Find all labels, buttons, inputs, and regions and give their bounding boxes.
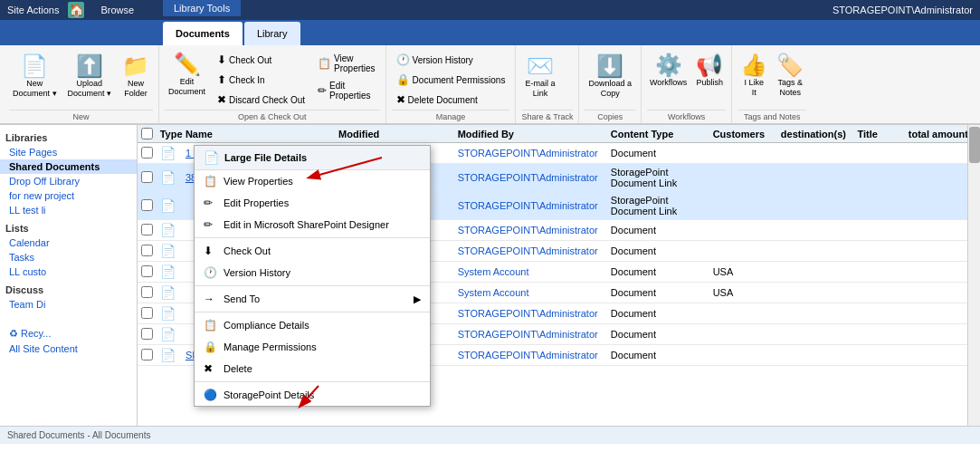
ctx-delete[interactable]: ✖Delete — [195, 358, 430, 380]
discard-checkout-btn[interactable]: ✖Discard Check Out — [213, 91, 309, 109]
tab-documents[interactable]: Documents — [163, 22, 243, 45]
upload-document-btn[interactable]: ⬆️ UploadDocument ▾ — [64, 53, 116, 101]
sidebar-item-recycle[interactable]: ♻ Recy... — [0, 326, 137, 341]
library-tools-label: Library Tools — [163, 0, 241, 16]
sidebar-item-all-site[interactable]: All Site Content — [0, 341, 137, 356]
ribbon-group-new: 📄 NewDocument ▾ ⬆️ UploadDocument ▾ 📁 Ne… — [4, 45, 159, 123]
row-checkbox[interactable] — [141, 224, 153, 236]
row-checkbox[interactable] — [141, 171, 153, 183]
sidebar-item-site-pages[interactable]: Site Pages — [0, 145, 137, 159]
status-bar: Shared Documents - All Documents — [0, 426, 980, 444]
ribbon-group-workflows: ⚙️ Workflows 📢 Publish Workflows — [642, 45, 732, 123]
home-icon[interactable]: 🏠 — [68, 2, 84, 18]
ribbon-group-checkout: ✏️ EditDocument ⬇Check Out ⬆Check In ✖Di… — [159, 45, 386, 123]
publish-btn[interactable]: 📢 Publish — [693, 53, 726, 90]
edit-properties-btn[interactable]: ✏EditProperties — [313, 78, 380, 103]
version-history-btn[interactable]: 🕐Version History — [392, 51, 510, 69]
sidebar-section-discuss: Discuss — [0, 279, 137, 297]
view-properties-btn[interactable]: 📋ViewProperties — [313, 51, 380, 76]
ribbon-group-tags: 👍 I LikeIt 🏷️ Tags &Notes Tags and Notes — [732, 45, 812, 123]
status-text: Shared Documents - All Documents — [7, 430, 150, 440]
row-checkbox[interactable] — [141, 199, 153, 211]
header-content-type: Content Type — [611, 129, 713, 139]
browse-tab[interactable]: Browse — [93, 3, 141, 17]
ctx-edit-properties[interactable]: ✏Edit Properties — [195, 192, 430, 214]
sidebar-section-libraries: Libraries — [0, 129, 137, 145]
ribbon-group-manage: 🕐Version History 🔒Document Permissions ✖… — [386, 45, 517, 123]
header-modified-by[interactable]: Modified By — [458, 129, 611, 139]
delete-document-btn[interactable]: ✖Delete Document — [392, 91, 510, 109]
header-destinations: destination(s) — [781, 129, 858, 139]
sidebar-item-team-di[interactable]: Team Di — [0, 297, 137, 312]
site-actions-btn[interactable]: Site Actions — [7, 5, 59, 15]
header-name[interactable]: Name — [186, 129, 338, 139]
sidebar-item-drop-off-library[interactable]: Drop Off Library — [0, 174, 137, 188]
scrollbar[interactable] — [967, 125, 980, 426]
row-checkbox[interactable] — [141, 286, 153, 298]
sidebar-item-tasks[interactable]: Tasks — [0, 250, 137, 264]
document-permissions-btn[interactable]: 🔒Document Permissions — [392, 71, 510, 89]
header-modified[interactable]: Modified — [338, 129, 458, 139]
ctx-manage-permissions[interactable]: 🔒Manage Permissions — [195, 336, 430, 358]
row-checkbox[interactable] — [141, 265, 153, 277]
sidebar-item-ll-custo[interactable]: LL custo — [0, 264, 137, 279]
header-customers: Customers — [713, 129, 781, 139]
header-check[interactable] — [141, 128, 160, 139]
ctx-compliance-details[interactable]: 📋Compliance Details — [195, 314, 430, 336]
context-menu: 📄 Large File Details 📋View Properties ✏E… — [194, 145, 431, 407]
sidebar-item-shared-documents[interactable]: Shared Documents — [0, 159, 137, 174]
header-type: Type — [160, 129, 186, 139]
row-checkbox[interactable] — [141, 307, 153, 319]
ctx-send-to[interactable]: →Send To▶ — [195, 288, 430, 310]
user-account[interactable]: STORAGEPOINT\Administrator — [833, 5, 973, 15]
sidebar-item-ll-test-li[interactable]: LL test li — [0, 203, 137, 217]
row-checkbox[interactable] — [141, 147, 153, 159]
tags-notes-btn[interactable]: 🏷️ Tags &Notes — [774, 53, 806, 100]
select-all-checkbox[interactable] — [141, 128, 153, 139]
check-in-btn[interactable]: ⬆Check In — [213, 71, 309, 89]
workflows-btn[interactable]: ⚙️ Workflows — [647, 53, 690, 90]
row-checkbox[interactable] — [141, 349, 153, 360]
tab-library[interactable]: Library — [244, 22, 300, 45]
header-total: total amount — [909, 129, 976, 139]
download-copy-btn[interactable]: ⬇️ Download aCopy — [585, 53, 635, 101]
check-out-btn[interactable]: ⬇Check Out — [213, 51, 309, 69]
ctx-edit-sharepoint-designer[interactable]: ✏Edit in Microsoft SharePoint Designer — [195, 214, 430, 236]
i-like-it-btn[interactable]: 👍 I LikeIt — [737, 53, 770, 100]
sidebar-section-lists: Lists — [0, 217, 137, 236]
new-document-btn[interactable]: 📄 NewDocument ▾ — [9, 53, 61, 101]
row-checkbox[interactable] — [141, 328, 153, 340]
header-title: Title — [857, 129, 908, 139]
ribbon-group-copies: ⬇️ Download aCopy Copies — [579, 45, 642, 123]
list-header: Type Name Modified Modified By Content T… — [138, 125, 980, 143]
sidebar-item-calendar[interactable]: Calendar — [0, 236, 137, 250]
new-folder-btn[interactable]: 📁 NewFolder — [119, 53, 153, 101]
ctx-storagepoint-details[interactable]: 🔵StoragePoint Details — [195, 384, 430, 406]
email-link-btn[interactable]: ✉️ E-mail aLink — [521, 53, 558, 101]
sidebar-item-for-new-project[interactable]: for new project — [0, 188, 137, 203]
row-checkbox[interactable] — [141, 245, 153, 256]
ctx-version-history[interactable]: 🕐Version History — [195, 262, 430, 284]
ribbon-group-share: ✉️ E-mail aLink Share & Track — [516, 45, 579, 123]
edit-document-btn[interactable]: ✏️ EditDocument — [165, 51, 209, 100]
context-menu-header[interactable]: 📄 Large File Details — [195, 146, 430, 170]
ctx-view-properties[interactable]: 📋View Properties — [195, 170, 430, 192]
ctx-check-out[interactable]: ⬇Check Out — [195, 240, 430, 262]
